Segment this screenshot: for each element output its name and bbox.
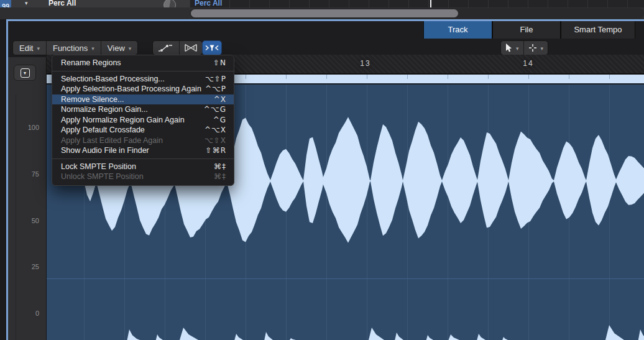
crosshair-tool-icon xyxy=(528,44,537,52)
tab-smart-tempo[interactable]: Smart Tempo xyxy=(561,21,635,39)
scale-value: 100 xyxy=(28,124,39,131)
track-name: Perc All xyxy=(48,0,76,7)
logic-pro-window: 99 ▾ Perc All Perc All TrackFileSmart Te… xyxy=(0,0,644,340)
beat-tick xyxy=(569,75,569,79)
menu-item-selection-based-processing[interactable]: Selection-Based Processing...⌥⇧P xyxy=(52,74,234,85)
menu-item-label: Selection-Based Processing... xyxy=(61,75,165,83)
menu-item-normalize-region-gain[interactable]: Normalize Region Gain...^⌥G xyxy=(52,104,234,115)
vertical-scale: 1007550250-25 xyxy=(16,94,47,340)
menu-item-label: Remove Silence... xyxy=(61,95,124,104)
region-lane[interactable]: Perc All xyxy=(190,0,644,7)
waveform-blob xyxy=(323,117,370,243)
edit-menu-button[interactable]: Edit▾ xyxy=(13,41,47,55)
waveform-bottom-spike xyxy=(426,335,433,340)
menu-separator xyxy=(52,71,234,71)
menu-separator xyxy=(52,159,234,159)
menu-item-label: Normalize Region Gain... xyxy=(61,105,148,114)
menu-item-label: Show Audio File in Finder xyxy=(61,146,149,155)
chevron-down-icon: ▾ xyxy=(129,45,132,52)
editor-menu-group: Edit▾Functions▾View▾ xyxy=(12,40,138,55)
waveform-blob xyxy=(270,149,303,212)
waveform-blob xyxy=(554,141,586,219)
beat-tick xyxy=(609,75,610,79)
menu-item-rename-regions[interactable]: Rename Regions⇧N xyxy=(52,58,234,68)
horizontal-scrollbar[interactable] xyxy=(190,8,644,19)
tab-track[interactable]: Track xyxy=(423,21,492,39)
menu-item-shortcut: ⌘‡ xyxy=(214,162,226,171)
header-filler xyxy=(0,7,190,19)
checkbox-icon: ▾ xyxy=(21,68,30,78)
menu-item-shortcut: ^X xyxy=(214,95,226,104)
track-header[interactable]: ▾ Perc All xyxy=(11,0,190,7)
pointer-tool-group: ▾ ▾ xyxy=(500,40,548,55)
flex-button[interactable] xyxy=(202,40,222,55)
track-number-cell[interactable]: 99 xyxy=(0,0,11,7)
menu-button-label: Edit xyxy=(19,44,33,53)
crosshair-tool-button[interactable]: ▾ xyxy=(524,41,548,55)
menu-item-shortcut: ^⌥P xyxy=(205,85,226,93)
menu-item-show-audio-file-in-finder[interactable]: Show Audio File in Finder⇧⌘R xyxy=(52,145,234,156)
menu-item-unlock-smpte-position: Unlock SMPTE Position⌘‡ xyxy=(52,172,234,182)
beat-tick xyxy=(528,75,529,79)
waveform-bottom-spike xyxy=(180,328,198,340)
menu-item-shortcut: ^G xyxy=(213,116,226,124)
view-menu-button[interactable]: View▾ xyxy=(101,41,137,55)
functions-menu-button[interactable]: Functions▾ xyxy=(47,41,101,55)
scale-value: 50 xyxy=(32,217,39,224)
waveform-blob xyxy=(477,132,508,227)
arrange-area-strip: 99 ▾ Perc All Perc All xyxy=(0,0,644,19)
scale-value: 75 xyxy=(32,170,39,178)
editor-tab-bar: TrackFileSmart Tempo xyxy=(8,21,644,39)
waveform-bottom-spike xyxy=(605,325,624,340)
bar-number: 14 xyxy=(523,59,533,68)
menu-item-lock-smpte-position[interactable]: Lock SMPTE Position⌘‡ xyxy=(52,162,234,172)
beat-tick xyxy=(286,75,287,79)
waveform-bottom-spike xyxy=(502,337,508,340)
menu-item-label: Apply Normalize Region Gain Again xyxy=(61,116,185,124)
waveform-blob xyxy=(403,122,442,239)
crossfade-icon xyxy=(185,44,197,52)
waveform-bottom-spike xyxy=(264,332,273,340)
scrollbar-handle[interactable] xyxy=(191,9,458,17)
menu-item-label: Apply Last Edited Fade Again xyxy=(61,136,163,145)
waveform-blob xyxy=(508,132,554,229)
disclosure-triangle-icon[interactable]: ▾ xyxy=(25,0,28,6)
waveform-bottom-spike xyxy=(477,334,485,340)
menu-item-apply-normalize-region-gain-again[interactable]: Apply Normalize Region Gain Again^G xyxy=(52,115,234,126)
menu-item-label: Apply Default Crossfade xyxy=(61,126,145,134)
pointer-tool-button[interactable]: ▾ xyxy=(501,41,524,55)
menu-item-shortcut: ^⌥G xyxy=(204,105,226,114)
chevron-down-icon: ▾ xyxy=(91,45,94,52)
menu-item-shortcut: ⌘‡ xyxy=(214,172,226,181)
pan-knob[interactable] xyxy=(163,0,176,7)
region-inspector-toggle[interactable]: ▾ xyxy=(14,65,36,81)
crossfade-button[interactable] xyxy=(180,41,202,55)
functions-menu: Rename Regions⇧NSelection-Based Processi… xyxy=(52,55,234,186)
waveform-blob xyxy=(303,137,323,223)
chevron-down-icon: ▾ xyxy=(37,45,40,52)
automation-curve-button[interactable] xyxy=(153,41,180,55)
menu-item-shortcut: ⇧N xyxy=(213,58,226,67)
waveform-bottom-spike xyxy=(156,334,163,340)
beat-tick xyxy=(246,75,246,79)
bar-number: 13 xyxy=(360,59,370,68)
automation-curve-icon xyxy=(158,44,174,52)
waveform-blob xyxy=(586,135,616,226)
scale-value: 25 xyxy=(32,263,39,270)
menu-item-apply-default-crossfade[interactable]: Apply Default Crossfade^⌥X xyxy=(52,125,234,136)
beat-tick xyxy=(407,75,408,79)
menu-item-apply-selection-based-processing-again[interactable]: Apply Selection-Based Processing Again^⌥… xyxy=(52,84,234,94)
waveform-bottom-spike xyxy=(449,334,460,340)
waveform-blob xyxy=(442,137,477,223)
menu-item-shortcut: ⇧⌘R xyxy=(206,146,226,155)
chevron-down-icon: ▾ xyxy=(541,45,544,52)
tab-file[interactable]: File xyxy=(492,21,561,39)
editor-sidebar: ▾ 1007550250-25 xyxy=(8,57,47,340)
region-label: Perc All xyxy=(195,0,222,7)
menu-item-shortcut: ⌥⇧P xyxy=(205,75,226,83)
editor-icon-group xyxy=(152,40,203,55)
playhead[interactable] xyxy=(430,0,431,7)
menu-button-label: Functions xyxy=(53,44,88,53)
menu-item-remove-silence[interactable]: Remove Silence...^X xyxy=(52,94,234,105)
menu-item-label: Rename Regions xyxy=(61,58,121,67)
